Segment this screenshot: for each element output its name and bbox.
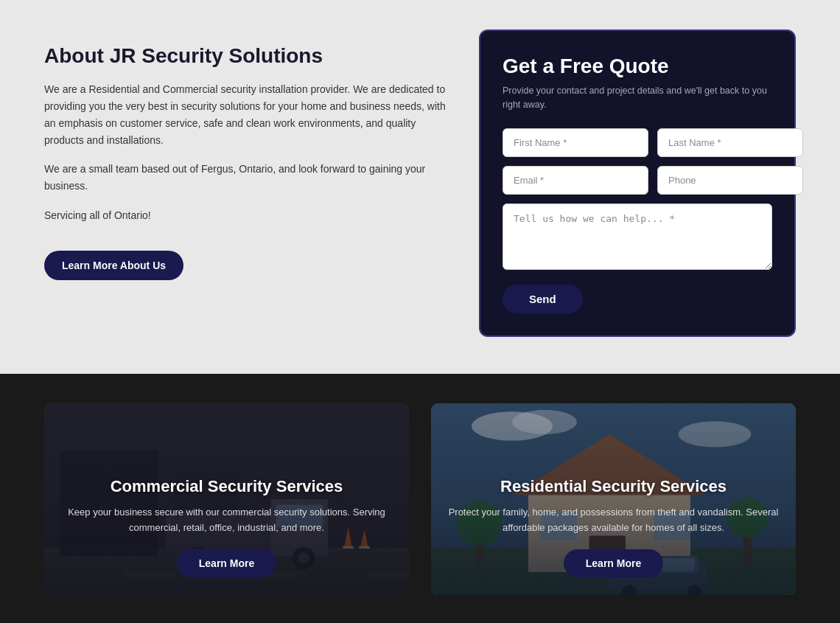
residential-service-card: Residential Security Services Protect yo… [431, 403, 796, 595]
commercial-card-content: Commercial Security Services Keep your b… [44, 459, 409, 595]
commercial-service-card: Commercial Security Services Keep your b… [44, 403, 409, 595]
name-row [503, 128, 772, 157]
email-input[interactable] [503, 166, 648, 195]
about-paragraph-2: We are a small team based out of Fergus,… [44, 161, 449, 195]
quote-form-subtitle: Provide your contact and project details… [503, 84, 772, 112]
residential-learn-more-button[interactable]: Learn More [564, 549, 663, 577]
send-button[interactable]: Send [503, 285, 583, 313]
last-name-input[interactable] [657, 128, 803, 157]
top-section: About JR Security Solutions We are a Res… [0, 0, 840, 374]
quote-form-card: Get a Free Quote Provide your contact an… [479, 29, 796, 337]
about-title: About JR Security Solutions [44, 44, 449, 68]
commercial-learn-more-button[interactable]: Learn More [177, 549, 276, 577]
bottom-section: Commercial Security Services Keep your b… [0, 374, 840, 624]
about-paragraph-1: We are a Residential and Commercial secu… [44, 81, 449, 149]
residential-card-title: Residential Security Services [446, 477, 781, 496]
commercial-card-description: Keep your business secure with our comme… [59, 505, 394, 536]
about-paragraph-3: Servicing all of Ontario! [44, 207, 449, 224]
residential-card-description: Protect your family, home, and possessio… [446, 505, 781, 536]
phone-input[interactable] [657, 166, 803, 195]
commercial-card-title: Commercial Security Services [59, 477, 394, 496]
first-name-input[interactable] [503, 128, 648, 157]
residential-card-content: Residential Security Services Protect yo… [431, 459, 796, 595]
message-textarea[interactable] [503, 203, 772, 270]
quote-form-title: Get a Free Quote [503, 55, 772, 78]
contact-row [503, 166, 772, 195]
learn-more-about-us-button[interactable]: Learn More About Us [44, 251, 183, 280]
about-column: About JR Security Solutions We are a Res… [44, 29, 449, 280]
